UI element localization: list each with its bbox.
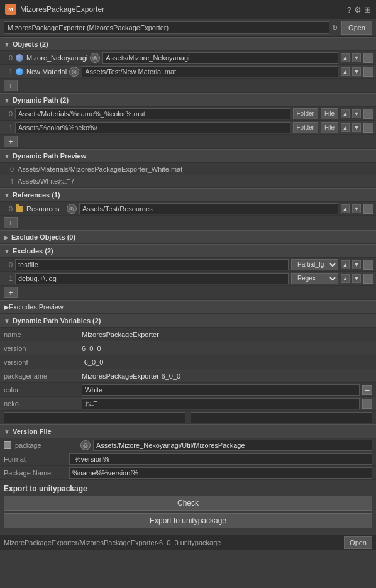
excludes-section-header[interactable]: ▼ Excludes (2) xyxy=(0,244,376,258)
excludes-add-row: + xyxy=(0,286,376,300)
row-up-btn[interactable]: ▲ xyxy=(341,204,350,213)
app-icon: M xyxy=(5,4,16,15)
var-value: 6_0_0 xyxy=(82,345,372,352)
row-remove-btn[interactable]: − xyxy=(363,67,373,77)
reference-picker-btn[interactable]: ◎ xyxy=(67,204,77,214)
row-up-btn[interactable]: ▲ xyxy=(341,260,350,269)
row-remove-btn[interactable]: − xyxy=(363,204,373,214)
excludes-add-btn[interactable]: + xyxy=(4,287,18,298)
excludes-section-title: Excludes (2) xyxy=(13,247,53,255)
references-section-header[interactable]: ▼ References (1) xyxy=(0,188,376,202)
version-pkg-path[interactable] xyxy=(93,440,372,451)
object-name: Mizore_Nekoyanagi xyxy=(26,54,87,62)
folder-btn[interactable]: Folder xyxy=(293,122,318,133)
file-btn[interactable]: File xyxy=(321,108,338,119)
status-open-button[interactable]: Open xyxy=(344,536,372,549)
version-file-section-body: package ◎ Format Package Name xyxy=(0,438,376,480)
references-section-body: 0 Resources ◎ ▲ ▼ − + xyxy=(0,202,376,230)
object-picker-btn[interactable]: ◎ xyxy=(90,53,100,63)
title-bar: M MizoresPackageExporter ? ⚙ ⊞ xyxy=(0,0,376,19)
version-file-section-header[interactable]: ▼ Version File xyxy=(0,424,376,438)
objects-add-btn[interactable]: + xyxy=(4,80,18,91)
dynamic-path-preview-toggle: ▼ xyxy=(4,153,10,160)
row-remove-btn[interactable]: − xyxy=(363,109,373,119)
version-packagename-input[interactable] xyxy=(69,467,372,479)
preview-index: 0 xyxy=(4,165,14,173)
material-icon xyxy=(15,67,24,76)
version-packagename-label: Package Name xyxy=(4,469,67,477)
var-remove-btn[interactable]: − xyxy=(362,399,372,409)
table-row: 1 Folder File ▲ ▼ − xyxy=(0,121,376,135)
version-pkg-picker[interactable]: ◎ xyxy=(80,440,91,450)
var-value: -6_0_0 xyxy=(82,358,372,366)
row-up-btn[interactable]: ▲ xyxy=(341,53,350,62)
row-up-btn[interactable]: ▲ xyxy=(341,123,350,132)
var-row: neko − xyxy=(0,397,376,411)
object-picker-btn[interactable]: ◎ xyxy=(69,67,79,77)
preview-row: 0 Assets/Materials/MizoresPackageExporte… xyxy=(0,163,376,175)
layout-icon[interactable]: ⊞ xyxy=(364,5,371,14)
object-path-field[interactable] xyxy=(102,52,338,64)
row-down-btn[interactable]: ▼ xyxy=(352,53,361,62)
var-key-input[interactable] xyxy=(4,412,185,423)
row-down-btn[interactable]: ▼ xyxy=(352,67,361,76)
row-up-btn[interactable]: ▲ xyxy=(341,274,350,283)
var-row xyxy=(0,411,376,424)
var-remove-btn[interactable]: − xyxy=(362,385,372,395)
exclude-pattern-input[interactable] xyxy=(15,273,289,284)
check-button[interactable]: Check xyxy=(4,496,372,511)
table-row: 0 Folder File ▲ ▼ − xyxy=(0,107,376,121)
dynamic-path-preview-section-header[interactable]: ▼ Dynamic Path Preview xyxy=(0,149,376,163)
dyn-vars-section-header[interactable]: ▼ Dynamic Path Variables (2) xyxy=(0,314,376,328)
dyn-path-input[interactable] xyxy=(15,108,290,119)
row-index: 0 xyxy=(3,205,13,213)
match-type-select[interactable]: Partial_Ig Regex Exact xyxy=(291,273,338,284)
row-down-btn[interactable]: ▼ xyxy=(352,123,361,132)
export-button[interactable]: Export to unitypackage xyxy=(4,513,372,528)
var-row: version 6_0_0 xyxy=(0,341,376,355)
reference-name: Resources xyxy=(26,205,64,213)
dynamic-path-preview-title: Dynamic Path Preview xyxy=(13,152,86,160)
references-add-btn[interactable]: + xyxy=(4,217,18,228)
row-down-btn[interactable]: ▼ xyxy=(352,204,361,213)
folder-btn[interactable]: Folder xyxy=(293,108,318,119)
help-icon[interactable]: ? xyxy=(347,5,351,14)
toolbar-path-input[interactable] xyxy=(4,21,329,34)
reference-path-field[interactable] xyxy=(79,203,338,214)
object-path-field[interactable] xyxy=(82,66,338,77)
row-up-btn[interactable]: ▲ xyxy=(341,67,350,76)
dynamic-path-toggle: ▼ xyxy=(4,97,10,104)
exclude-pattern-input[interactable] xyxy=(15,259,289,270)
row-down-btn[interactable]: ▼ xyxy=(352,260,361,269)
dynamic-path-section-header[interactable]: ▼ Dynamic Path (2) xyxy=(0,93,376,107)
open-button[interactable]: Open xyxy=(341,21,372,35)
excludes-preview-section-header[interactable]: ▶ Excludes Preview xyxy=(0,300,376,314)
sphere-icon xyxy=(15,53,24,62)
row-remove-btn[interactable]: − xyxy=(363,53,373,63)
row-down-btn[interactable]: ▼ xyxy=(352,274,361,283)
var-value-input[interactable] xyxy=(82,384,360,396)
main-content: ▼ Objects (2) 0 Mizore_Nekoyanagi ◎ ▲ ▼ … xyxy=(0,37,376,535)
dyn-path-input[interactable] xyxy=(15,122,290,133)
row-index: 1 xyxy=(3,68,13,75)
excludes-preview-title: Excludes Preview xyxy=(9,303,64,311)
refresh-icon[interactable]: ↻ xyxy=(332,24,338,32)
objects-section-header[interactable]: ▼ Objects (2) xyxy=(0,37,376,51)
row-remove-btn[interactable]: − xyxy=(363,274,373,284)
references-add-row: + xyxy=(0,216,376,230)
version-format-input[interactable] xyxy=(69,453,372,465)
var-value-input[interactable] xyxy=(82,398,360,409)
file-btn[interactable]: File xyxy=(321,122,338,133)
settings-icon[interactable]: ⚙ xyxy=(354,5,362,14)
var-value-input[interactable] xyxy=(191,412,372,423)
row-down-btn[interactable]: ▼ xyxy=(352,109,361,118)
row-up-btn[interactable]: ▲ xyxy=(341,109,350,118)
row-remove-btn[interactable]: − xyxy=(363,260,373,270)
exclude-objects-section-header[interactable]: ▶ Exclude Objects (0) xyxy=(0,230,376,244)
row-remove-btn[interactable]: − xyxy=(363,123,373,133)
objects-section-title: Objects (2) xyxy=(13,40,48,48)
preview-row: 1 Assets/Whiteねこ/ xyxy=(0,175,376,188)
dynamic-path-add-btn[interactable]: + xyxy=(4,136,18,147)
var-row: packagename MizoresPackageExporter-6_0_0 xyxy=(0,369,376,383)
match-type-select[interactable]: Partial_Ig Regex Exact xyxy=(291,259,338,270)
